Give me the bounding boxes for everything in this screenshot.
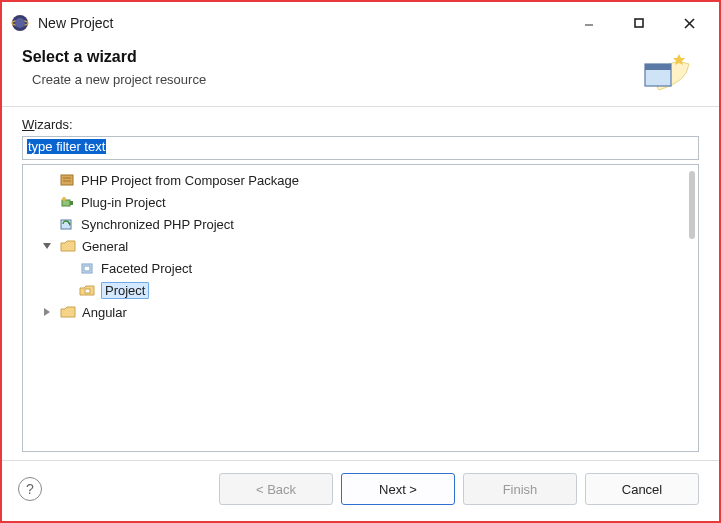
filter-input-wrap[interactable]: type filter text [22, 136, 699, 160]
chevron-down-icon[interactable] [40, 241, 54, 251]
cancel-button[interactable]: Cancel [585, 473, 699, 505]
content-area: Wizards: type filter text PHP Project fr… [2, 107, 719, 460]
tree-item-plugin[interactable]: Plug-in Project [23, 191, 698, 213]
sync-php-icon [58, 216, 76, 232]
tree-item-label: Synchronized PHP Project [81, 217, 234, 232]
chevron-right-icon[interactable] [40, 307, 54, 317]
svg-rect-8 [645, 64, 671, 70]
eclipse-icon [10, 13, 30, 33]
tree-item-label: General [82, 239, 128, 254]
wizard-banner-icon [635, 48, 699, 96]
wizards-label: Wizards: [22, 117, 699, 132]
finish-button[interactable]: Finish [463, 473, 577, 505]
maximize-button[interactable] [617, 9, 661, 37]
filter-text-selected: type filter text [27, 139, 106, 154]
scrollbar-thumb[interactable] [689, 171, 695, 239]
tree-item-general[interactable]: General [23, 235, 698, 257]
svg-rect-20 [84, 266, 90, 271]
tree-item-faceted[interactable]: Faceted Project [23, 257, 698, 279]
tree-item-label: Plug-in Project [81, 195, 166, 210]
tree-item-sync-php[interactable]: Synchronized PHP Project [23, 213, 698, 235]
next-button[interactable]: Next > [341, 473, 455, 505]
folder-icon [59, 238, 77, 254]
tree-item-label: PHP Project from Composer Package [81, 173, 299, 188]
faceted-icon [78, 260, 96, 276]
close-button[interactable] [667, 9, 711, 37]
svg-marker-18 [43, 243, 51, 249]
svg-rect-10 [61, 175, 73, 185]
tree-item-project[interactable]: Project [23, 279, 698, 301]
back-button[interactable]: < Back [219, 473, 333, 505]
svg-rect-21 [85, 289, 90, 293]
page-title: Select a wizard [22, 48, 635, 66]
tree-item-php-composer[interactable]: PHP Project from Composer Package [23, 169, 698, 191]
project-icon [78, 282, 96, 298]
dialog-new-project: New Project Select a wizard Create a new… [0, 0, 721, 523]
php-package-icon [58, 172, 76, 188]
svg-rect-13 [62, 200, 70, 206]
tree-item-label: Angular [82, 305, 127, 320]
svg-point-2 [15, 18, 25, 28]
tree-item-label: Project [101, 282, 149, 299]
wizard-header: Select a wizard Create a new project res… [2, 42, 719, 106]
folder-icon [59, 304, 77, 320]
tree-item-angular[interactable]: Angular [23, 301, 698, 323]
help-button[interactable]: ? [18, 477, 42, 501]
titlebar: New Project [2, 2, 719, 42]
tree-item-label: Faceted Project [101, 261, 192, 276]
plugin-icon [58, 194, 76, 210]
svg-rect-14 [70, 201, 73, 205]
window-title: New Project [38, 15, 567, 31]
button-bar: ? < Back Next > Finish Cancel [2, 460, 719, 521]
minimize-button[interactable] [567, 9, 611, 37]
page-subtitle: Create a new project resource [32, 72, 635, 87]
svg-marker-22 [44, 308, 50, 316]
window-controls [567, 9, 711, 37]
svg-point-15 [62, 197, 66, 201]
svg-rect-4 [635, 19, 643, 27]
wizard-tree[interactable]: PHP Project from Composer Package Plug-i… [22, 164, 699, 452]
